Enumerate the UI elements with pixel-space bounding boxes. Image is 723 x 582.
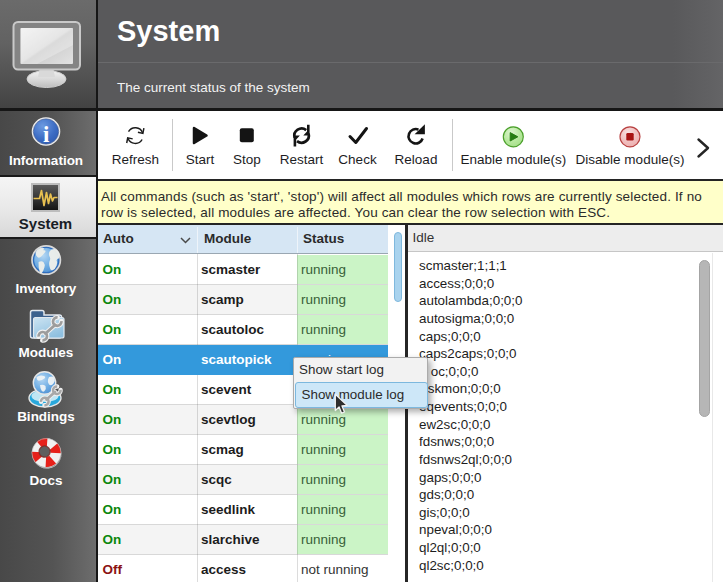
svg-text:Inventory: Inventory	[16, 281, 77, 296]
svg-text:System: System	[19, 215, 72, 232]
svg-text:Docs: Docs	[29, 473, 62, 488]
svg-text:i: i	[43, 122, 50, 147]
svg-text:Modules: Modules	[19, 345, 74, 360]
svg-text:Bindings: Bindings	[17, 409, 75, 424]
svg-text:Information: Information	[9, 153, 83, 168]
